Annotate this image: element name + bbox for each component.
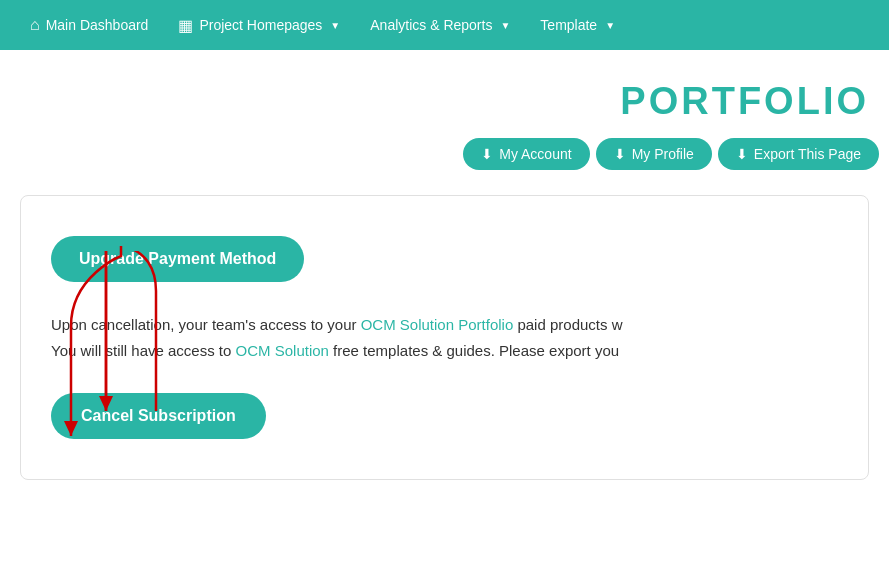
highlight-ocm-portfolio: OCM Solution Portfolio	[361, 316, 514, 333]
nav-project-homepages-label: Project Homepages	[199, 17, 322, 33]
body-text-line2: You will still have access to OCM Soluti…	[51, 338, 838, 364]
nav-main-dashboard-label: Main Dashboard	[46, 17, 149, 33]
my-profile-button[interactable]: ⬇ My Profile	[596, 138, 712, 170]
upgrade-btn-label: Upgrade Payment Method	[79, 250, 276, 267]
portfolio-title-text: PORTFOLIO	[620, 80, 869, 122]
page-title: PORTFOLIO	[0, 50, 889, 133]
my-account-button[interactable]: ⬇ My Account	[463, 138, 589, 170]
my-profile-label: My Profile	[632, 146, 694, 162]
chevron-down-icon: ▼	[605, 20, 615, 31]
body-text-line1: Upon cancellation, your team's access to…	[51, 312, 838, 338]
nav-analytics-reports-label: Analytics & Reports	[370, 17, 492, 33]
upgrade-payment-method-button[interactable]: Upgrade Payment Method	[51, 236, 304, 282]
nav-main-dashboard[interactable]: ⌂ Main Dashboard	[20, 10, 158, 40]
navbar: ⌂ Main Dashboard ▦ Project Homepages ▼ A…	[0, 0, 889, 50]
chevron-down-icon: ▼	[330, 20, 340, 31]
cancel-subscription-button[interactable]: Cancel Subscription	[51, 393, 266, 439]
cancel-btn-label: Cancel Subscription	[81, 407, 236, 424]
my-account-label: My Account	[499, 146, 571, 162]
export-this-page-button[interactable]: ⬇ Export This Page	[718, 138, 879, 170]
action-bar: ⬇ My Account ⬇ My Profile ⬇ Export This …	[0, 133, 889, 185]
download-icon: ⬇	[736, 146, 748, 162]
nav-template-label: Template	[540, 17, 597, 33]
nav-project-homepages[interactable]: ▦ Project Homepages ▼	[168, 10, 350, 41]
download-icon: ⬇	[614, 146, 626, 162]
export-this-page-label: Export This Page	[754, 146, 861, 162]
download-icon: ⬇	[481, 146, 493, 162]
home-icon: ⌂	[30, 16, 40, 34]
page-area: PORTFOLIO ⬇ My Account ⬇ My Profile ⬇ Ex…	[0, 50, 889, 574]
body-text: Upon cancellation, your team's access to…	[51, 312, 838, 363]
content-card: Upgrade Payment Method Upon cancellation…	[20, 195, 869, 480]
chevron-down-icon: ▼	[500, 20, 510, 31]
highlight-ocm: OCM Solution	[236, 342, 329, 359]
nav-analytics-reports[interactable]: Analytics & Reports ▼	[360, 11, 520, 39]
grid-icon: ▦	[178, 16, 193, 35]
nav-template[interactable]: Template ▼	[530, 11, 625, 39]
